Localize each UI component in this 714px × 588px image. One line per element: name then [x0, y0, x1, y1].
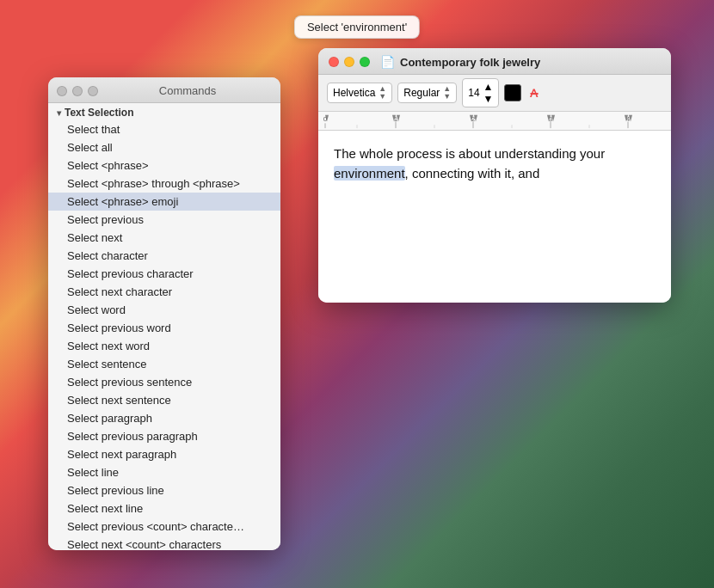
- doc-icon: 📄: [380, 55, 395, 69]
- list-item[interactable]: Select previous <count> characte…: [48, 518, 280, 536]
- doc-maximize-button[interactable]: [360, 57, 370, 67]
- list-item[interactable]: Select <phrase> through <phrase>: [48, 175, 280, 193]
- list-item[interactable]: Select previous word: [48, 319, 280, 337]
- doc-body[interactable]: The whole process is about understanding…: [318, 131, 671, 303]
- commands-titlebar: Commands: [48, 77, 280, 103]
- commands-window: Commands ▾ Text Selection Select that Se…: [48, 77, 280, 550]
- list-item-highlighted[interactable]: Select <phrase> emoji: [48, 193, 280, 211]
- font-family-selector[interactable]: Helvetica ▲▼: [327, 83, 392, 103]
- font-family-arrows-icon: ▲▼: [379, 85, 386, 101]
- commands-window-title: Commands: [103, 84, 272, 97]
- list-item[interactable]: Select previous paragraph: [48, 427, 280, 445]
- font-family-label: Helvetica: [333, 87, 375, 99]
- text-selection-section-header[interactable]: ▾ Text Selection: [48, 103, 280, 120]
- list-item[interactable]: Select next <count> characters: [48, 536, 280, 550]
- list-item[interactable]: Select previous character: [48, 265, 280, 283]
- doc-text-highlight: environment: [334, 166, 405, 181]
- text-color-button[interactable]: [504, 84, 521, 101]
- commands-minimize-button[interactable]: [72, 86, 83, 96]
- list-item[interactable]: Select <phrase>: [48, 156, 280, 175]
- font-style-label: Regular: [403, 87, 440, 99]
- font-size-label: 14: [468, 87, 479, 99]
- list-item[interactable]: Select next character: [48, 283, 280, 301]
- list-item[interactable]: Select that: [48, 120, 280, 138]
- doc-titlebar: 📄 Contemporary folk jewelry: [318, 48, 671, 75]
- list-item[interactable]: Select sentence: [48, 355, 280, 373]
- font-size-selector[interactable]: 14 ▲▼: [462, 78, 499, 107]
- list-item[interactable]: Select next sentence: [48, 391, 280, 409]
- svg-text:0: 0: [323, 116, 328, 124]
- doc-minimize-button[interactable]: [344, 57, 354, 67]
- voice-command-tooltip: Select 'environment': [294, 15, 420, 39]
- svg-text:1: 1: [394, 116, 397, 124]
- font-size-arrows-icon: ▲▼: [483, 81, 494, 105]
- svg-text:3: 3: [549, 116, 552, 124]
- font-style-selector[interactable]: Regular ▲▼: [397, 83, 457, 103]
- list-item[interactable]: Select next word: [48, 337, 280, 355]
- commands-close-button[interactable]: [57, 86, 67, 96]
- section-label: Text Selection: [65, 107, 133, 119]
- svg-text:4: 4: [626, 116, 631, 124]
- ruler: 0 1 2 3 4: [318, 112, 671, 131]
- doc-toolbar: Helvetica ▲▼ Regular ▲▼ 14 ▲▼ A̶: [318, 75, 671, 112]
- svg-text:2: 2: [471, 116, 475, 124]
- list-item[interactable]: Select all: [48, 138, 280, 156]
- list-item[interactable]: Select next: [48, 229, 280, 247]
- doc-text-after: , connecting with it, and: [405, 166, 540, 181]
- font-style-arrows-icon: ▲▼: [443, 85, 451, 101]
- commands-list: ▾ Text Selection Select that Select all …: [48, 103, 280, 550]
- commands-maximize-button[interactable]: [88, 86, 98, 96]
- doc-close-button[interactable]: [329, 57, 339, 67]
- list-item[interactable]: Select line: [48, 463, 280, 481]
- list-item[interactable]: Select paragraph: [48, 409, 280, 427]
- list-item[interactable]: Select previous: [48, 211, 280, 229]
- svg-rect-0: [318, 112, 671, 130]
- list-item[interactable]: Select previous line: [48, 481, 280, 499]
- list-item[interactable]: Select previous sentence: [48, 373, 280, 391]
- doc-text-before: The whole process is about understanding…: [334, 146, 605, 161]
- document-window: 📄 Contemporary folk jewelry Helvetica ▲▼…: [318, 48, 671, 303]
- list-item[interactable]: Select word: [48, 301, 280, 319]
- list-item[interactable]: Select character: [48, 247, 280, 265]
- section-chevron-icon: ▾: [57, 108, 61, 118]
- list-item[interactable]: Select next paragraph: [48, 445, 280, 463]
- strikethrough-button[interactable]: A̶: [526, 86, 541, 101]
- doc-window-title: Contemporary folk jewelry: [400, 56, 540, 69]
- list-item[interactable]: Select next line: [48, 499, 280, 518]
